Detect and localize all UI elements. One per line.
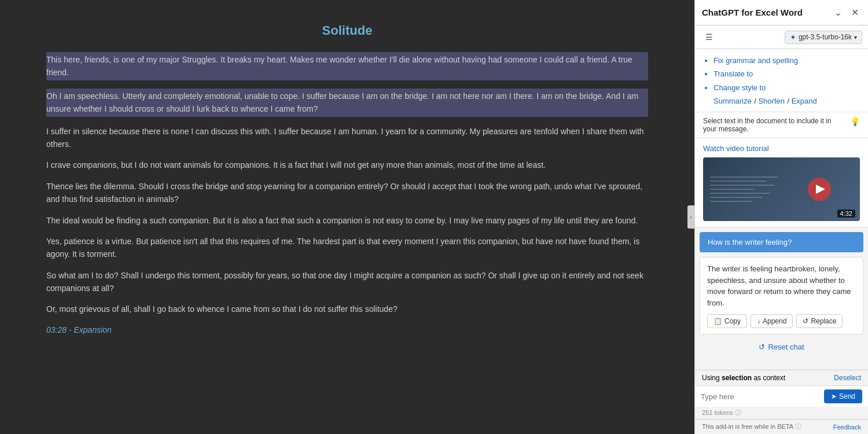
tokens-count: 251 tokens bbox=[702, 409, 733, 416]
panel-toolbar: ☰ ✦ gpt-3.5-turbo-16k ▾ bbox=[695, 25, 868, 49]
play-triangle-icon bbox=[816, 185, 825, 194]
panel-footer: Using selection as context Deselect ➤ Se… bbox=[695, 370, 868, 434]
bottom-bar: This add-in is free while in BETA ⓘ Feed… bbox=[695, 419, 868, 434]
expand-link[interactable]: Expand bbox=[792, 97, 817, 105]
reset-icon: ↺ bbox=[759, 343, 765, 351]
model-name: gpt-3.5-turbo-16k bbox=[799, 33, 852, 41]
summarize-link[interactable]: Summarize bbox=[713, 97, 752, 105]
lightbulb-icon: 💡 bbox=[850, 117, 860, 126]
document-paragraph: Yes, patience is a virtue. But patience … bbox=[46, 235, 648, 261]
replace-label: Replace bbox=[811, 317, 836, 325]
chat-response-box: The writer is feeling heartbroken, lonel… bbox=[700, 257, 863, 334]
video-tutorial-link[interactable]: Watch video tutorial bbox=[703, 144, 860, 153]
feedback-button[interactable]: Feedback bbox=[833, 424, 861, 431]
chatgpt-panel: ChatGPT for Excel Word ⌄ ✕ ☰ ✦ gpt-3.5-t… bbox=[694, 0, 868, 434]
hamburger-menu-icon[interactable]: ☰ bbox=[701, 29, 717, 45]
document-paragraph: I crave companions, but I do not want an… bbox=[46, 159, 648, 171]
document-paragraph: The ideal would be finding a such compan… bbox=[46, 214, 648, 227]
reset-chat-button[interactable]: ↺ Reset chat bbox=[759, 343, 804, 351]
document-paragraph: This here, friends, is one of my major S… bbox=[46, 52, 648, 80]
document-title: Solitude bbox=[46, 23, 648, 38]
send-button[interactable]: ➤ Send bbox=[824, 389, 862, 403]
info-icon: ⓘ bbox=[735, 409, 741, 416]
context-row-text: Using selection as context bbox=[702, 374, 785, 382]
separator-2: / bbox=[787, 97, 791, 105]
change-style-action[interactable]: Change style to bbox=[713, 81, 860, 94]
deselect-button[interactable]: Deselect bbox=[834, 374, 861, 382]
document-timestamp: 03:28 - Expansion bbox=[46, 325, 648, 334]
document-paragraph: Or, most grievous of all, shall I go bac… bbox=[46, 303, 648, 315]
copy-button[interactable]: 📋 Copy bbox=[707, 314, 747, 328]
chat-input[interactable] bbox=[701, 392, 824, 401]
translate-action[interactable]: Translate to bbox=[713, 67, 860, 80]
info-icon-beta: ⓘ bbox=[795, 423, 801, 430]
shorten-link[interactable]: Shorten bbox=[758, 97, 785, 105]
collapse-sidebar-button[interactable]: › bbox=[687, 205, 694, 229]
context-hint-box: Select text in the document to include i… bbox=[695, 112, 868, 138]
video-content-lines bbox=[710, 157, 785, 221]
close-button[interactable]: ✕ bbox=[849, 6, 861, 19]
document-paragraph: Thence lies the dilemma. Should I cross … bbox=[46, 180, 648, 206]
replace-button[interactable]: ↺ Replace bbox=[796, 314, 843, 328]
send-icon: ➤ bbox=[831, 392, 837, 400]
quick-actions-section: Fix grammar and spelling Translate to Ch… bbox=[695, 49, 868, 112]
append-button[interactable]: ↓ Append bbox=[751, 314, 793, 328]
panel-header: ChatGPT for Excel Word ⌄ ✕ bbox=[695, 0, 868, 25]
context-row: Using selection as context Deselect bbox=[695, 370, 868, 385]
video-thumbnail[interactable]: 4:32 bbox=[703, 157, 860, 221]
chat-response-text: The writer is feeling heartbroken, lonel… bbox=[707, 263, 856, 308]
video-duration-badge: 4:32 bbox=[837, 209, 855, 218]
header-icons: ⌄ ✕ bbox=[832, 6, 861, 19]
document-paragraph: So what am I to do? Shall I undergo this… bbox=[46, 269, 648, 295]
free-text-label: This add-in is free while in BETA bbox=[702, 423, 793, 430]
play-button[interactable] bbox=[808, 178, 831, 201]
document-paragraph: I suffer in silence because there is non… bbox=[46, 125, 648, 151]
chevron-down-icon: ▾ bbox=[854, 34, 857, 41]
video-section: Watch video tutorial 4:32 bbox=[695, 138, 868, 227]
copy-icon: 📋 bbox=[713, 317, 722, 325]
append-label: Append bbox=[763, 317, 786, 325]
sidebar-wrapper: › ChatGPT for Excel Word ⌄ ✕ ☰ ✦ gpt-3.5… bbox=[694, 0, 868, 434]
replace-icon: ↺ bbox=[803, 317, 808, 325]
context-hint-text: Select text in the document to include i… bbox=[703, 117, 847, 133]
chat-action-buttons: 📋 Copy ↓ Append ↺ Replace bbox=[707, 314, 856, 328]
panel-title: ChatGPT for Excel Word bbox=[702, 8, 803, 17]
send-label: Send bbox=[839, 392, 855, 400]
document-body: This here, friends, is one of my major S… bbox=[46, 52, 648, 316]
panel-content: Fix grammar and spelling Translate to Ch… bbox=[695, 49, 868, 370]
append-icon: ↓ bbox=[757, 317, 760, 325]
model-selector[interactable]: ✦ gpt-3.5-turbo-16k ▾ bbox=[785, 31, 862, 44]
chat-input-row: ➤ Send bbox=[695, 385, 868, 407]
copy-label: Copy bbox=[724, 317, 741, 325]
free-beta-text: This add-in is free while in BETA ⓘ bbox=[702, 422, 801, 431]
document-area: Solitude This here, friends, is one of m… bbox=[0, 0, 694, 434]
document-paragraph: Oh I am speechless. Utterly and complete… bbox=[46, 89, 648, 117]
minimize-button[interactable]: ⌄ bbox=[832, 6, 844, 19]
fix-grammar-action[interactable]: Fix grammar and spelling bbox=[713, 54, 860, 67]
chat-question: How is the writer feeling? bbox=[700, 232, 863, 252]
tokens-row: 251 tokens ⓘ bbox=[695, 407, 868, 419]
reset-chat-row: ↺ Reset chat bbox=[695, 339, 868, 356]
reset-chat-label: Reset chat bbox=[768, 343, 804, 351]
